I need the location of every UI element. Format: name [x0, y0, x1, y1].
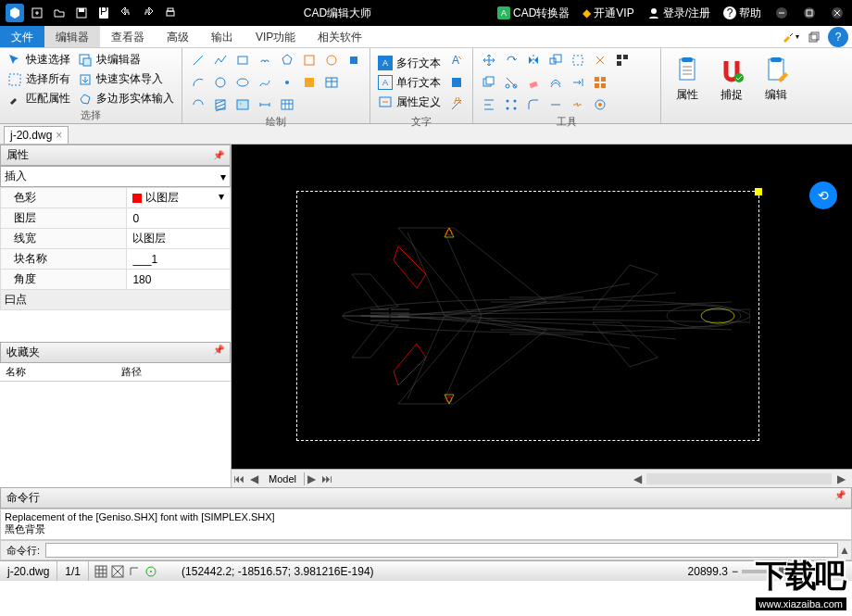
table-small-icon[interactable] — [321, 72, 342, 93]
quick-select-button[interactable]: 快速选择 — [6, 51, 72, 69]
text-opt2-icon[interactable] — [446, 72, 467, 93]
viewcube-icon[interactable]: ⟲ — [809, 182, 837, 209]
hatch-icon[interactable] — [210, 94, 231, 115]
move-icon[interactable] — [479, 50, 499, 70]
command-input[interactable] — [45, 543, 838, 558]
scroll-right-icon[interactable]: ▶ — [833, 472, 848, 485]
prop-row[interactable]: 块名称___1 — [1, 249, 231, 270]
prop-row[interactable]: 角度180 — [1, 270, 231, 290]
pdf-icon[interactable]: PDF — [94, 4, 113, 22]
status-snap-icon[interactable] — [144, 565, 157, 578]
offset-icon[interactable] — [545, 72, 566, 93]
tab-advanced[interactable]: 高级 — [156, 26, 200, 47]
scale-icon[interactable] — [545, 50, 566, 70]
prop-row[interactable]: 色彩 以图层 ▾ — [1, 188, 231, 208]
extend-icon[interactable] — [568, 72, 588, 93]
tab-nav-prev[interactable]: ◀ — [246, 472, 261, 485]
props-selector[interactable]: 插入▾ — [0, 166, 231, 187]
erase-icon[interactable] — [523, 72, 544, 93]
attr-def-button[interactable]: 属性定义 — [376, 94, 443, 111]
converter-button[interactable]: ACAD转换器 — [494, 4, 573, 23]
circle-icon[interactable] — [210, 72, 231, 93]
tab-close-icon[interactable]: × — [56, 129, 62, 142]
scrollbar-h[interactable] — [646, 473, 832, 484]
break-icon[interactable] — [568, 94, 588, 115]
select-all-button[interactable]: 选择所有 — [6, 70, 72, 88]
maximize-icon[interactable] — [800, 4, 819, 22]
pin-icon[interactable]: 📌 — [834, 490, 846, 506]
undo-icon[interactable] — [117, 4, 135, 22]
block-editor-button[interactable]: 块编辑器 — [76, 51, 176, 69]
selection-handle[interactable] — [755, 188, 762, 195]
snap-button[interactable]: 捕捉 — [711, 50, 752, 108]
zoom-in-icon[interactable]: + — [838, 565, 845, 578]
pin-icon[interactable]: 📌 — [213, 150, 224, 160]
zoom-out-icon[interactable]: − — [732, 565, 738, 578]
zoom-slider[interactable]: 20899.3 − + — [681, 565, 852, 578]
model-tab[interactable]: Model — [261, 472, 305, 485]
props-button[interactable]: 属性 — [667, 50, 708, 108]
slider-thumb[interactable] — [779, 567, 786, 576]
match-props-button[interactable]: 匹配属性 — [6, 90, 72, 107]
tab-file[interactable]: 文件 — [0, 26, 44, 47]
arc-icon[interactable] — [188, 72, 208, 93]
explode-icon[interactable] — [590, 50, 610, 70]
join-icon[interactable] — [545, 94, 566, 115]
array-icon[interactable] — [501, 94, 521, 115]
tab-nav-next[interactable]: ▶ — [305, 472, 320, 485]
table-icon[interactable] — [277, 94, 297, 115]
group-icon[interactable] — [590, 72, 610, 93]
image-icon[interactable] — [232, 94, 253, 115]
align-icon[interactable] — [479, 94, 499, 115]
fillet-icon[interactable] — [523, 94, 544, 115]
quick-import-button[interactable]: 快速实体导入 — [76, 70, 176, 88]
tab-nav-last[interactable]: ⏭ — [320, 472, 334, 485]
tab-vip[interactable]: VIP功能 — [244, 26, 307, 47]
fav-col-path[interactable]: 路径 — [116, 363, 232, 381]
status-grid2-icon[interactable] — [111, 565, 124, 578]
tab-related[interactable]: 相关软件 — [307, 26, 373, 47]
tab-output[interactable]: 输出 — [200, 26, 244, 47]
window-restore-icon[interactable] — [804, 27, 824, 47]
brush-icon[interactable]: ▾ — [780, 27, 800, 47]
redo-icon[interactable] — [139, 4, 157, 22]
text-opt3-icon[interactable]: A — [446, 94, 467, 115]
mirror-icon[interactable] — [523, 50, 544, 70]
select-rect-icon[interactable] — [568, 50, 588, 70]
status-grid-icon[interactable] — [94, 565, 107, 578]
save-icon[interactable] — [72, 4, 91, 22]
slider-track[interactable] — [742, 570, 834, 573]
prop-row[interactable]: 线宽以图层 — [1, 229, 231, 249]
vip-button[interactable]: ◆开通VIP — [579, 4, 637, 23]
poly-input-button[interactable]: 多边形实体输入 — [76, 90, 176, 107]
app-icon[interactable] — [6, 4, 24, 22]
edit-button[interactable]: 编辑 — [756, 50, 796, 108]
arc2-icon[interactable] — [188, 94, 208, 115]
shape2-icon[interactable] — [321, 50, 342, 70]
document-tab[interactable]: j-20.dwg × — [4, 126, 69, 144]
shape3-icon[interactable] — [344, 50, 364, 70]
tool-misc-icon[interactable] — [590, 94, 610, 115]
polyline-icon[interactable] — [210, 50, 231, 70]
trim-icon[interactable] — [501, 72, 521, 93]
scroll-up-icon[interactable]: ▲ — [838, 544, 851, 557]
ellipse-icon[interactable] — [232, 72, 253, 93]
rotate-icon[interactable] — [501, 50, 521, 70]
text-opt1-icon[interactable]: A — [446, 50, 467, 70]
fav-col-name[interactable]: 名称 — [0, 363, 116, 381]
tab-editor[interactable]: 编辑器 — [44, 26, 100, 47]
new-icon[interactable] — [28, 4, 46, 22]
dim-icon[interactable] — [255, 94, 275, 115]
cloud-icon[interactable] — [255, 50, 275, 70]
close-icon[interactable] — [828, 4, 846, 22]
tab-nav-first[interactable]: ⏮ — [232, 472, 246, 485]
shape1-icon[interactable] — [299, 50, 320, 70]
help-icon[interactable]: ? — [828, 27, 848, 47]
pin-icon[interactable]: 📌 — [213, 345, 224, 360]
spline-icon[interactable] — [255, 72, 275, 93]
polygon-icon[interactable] — [277, 50, 297, 70]
help-button[interactable]: ?帮助 — [720, 4, 765, 23]
hatch-orange-icon[interactable] — [299, 72, 320, 93]
point-icon[interactable] — [277, 72, 297, 93]
login-button[interactable]: 登录/注册 — [644, 4, 714, 23]
